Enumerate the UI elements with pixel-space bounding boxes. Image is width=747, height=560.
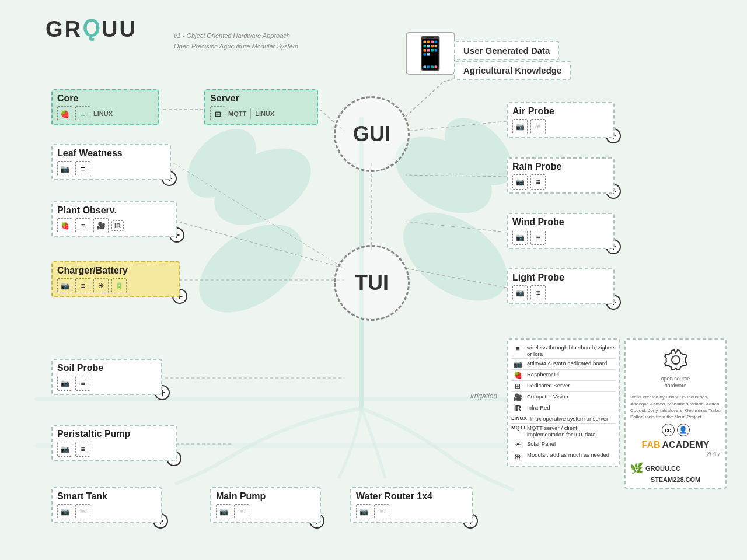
leaf-url-icon: 🌿 [630,462,643,475]
po-icon-raspberry: 🍓 [57,218,72,233]
air-probe-box: Air Probe 📷 ≡ [507,102,615,138]
lp-icon-attiny: 📷 [512,285,528,300]
peristaltic-pump-box: Peristaltic Pump 📷 ≡ [51,425,177,461]
core-icon-wireless: ≡ [75,106,90,121]
lw-icon-wireless: ≡ [75,161,90,176]
rp-icon-wireless: ≡ [530,174,546,190]
cb-icon-wireless: ≡ [75,278,90,293]
cb-icon-battery: 🔋 [111,278,127,293]
wr-icon-wireless: ≡ [374,504,389,519]
gui-circle: GUI [334,96,410,172]
server-label-mqtt: MQTT [228,110,246,117]
ap-icon-attiny: 📷 [512,119,528,134]
po-label-ir: IR [111,220,124,231]
component-layer: GRǪUU v1 - Object Oriented Hardware Appr… [0,0,747,560]
charger-battery-box: Charger/Battery 📷 ≡ ☀ 🔋 [51,261,180,298]
legend-row-mqtt: MQTT MQTT server / client implementation… [511,424,616,439]
legend-icon-solar: ☀ [511,440,524,449]
legend-row-wireless: ≡ wireless through bluethooth, zigbee or… [511,343,616,359]
open-hw-text: open sourcehardware [630,376,721,389]
lw-icon-attiny: 📷 [57,161,72,176]
legend-row-ir: IR Infra-Red [511,403,616,414]
legend-row-server: ⊞ Dedicated Server [511,381,616,392]
subtitle-v1: v1 - Object Oriented Hardware Approach [174,32,290,39]
charger-battery-title: Charger/Battery [57,265,174,276]
legend-row-linux: LINUX linux operative system or server [511,414,616,424]
wp-icon-attiny: 📷 [512,230,528,245]
rp-icon-attiny: 📷 [512,174,528,190]
url1-text: GROUU.CC [645,465,680,472]
svg-point-25 [672,356,680,364]
sp-icon-wireless: ≡ [75,376,90,391]
soil-probe-box: Soil Probe 📷 ≡ [51,359,162,395]
rain-probe-box: Rain Probe 📷 ≡ [507,158,615,194]
legend-icon-server: ⊞ [511,382,524,390]
legend-row-modular: ⊕ Modular: add as much as needed [511,450,616,462]
wp-icon-wireless: ≡ [530,230,546,245]
page-container: GRǪUU v1 - Object Oriented Hardware Appr… [0,0,747,560]
legend-icon-linux: LINUX [511,415,527,421]
logo: GRǪUU [46,16,137,42]
plant-observ-box: Plant Observ. 🍓 ≡ 🎥 IR [51,201,177,237]
url1-row: 🌿 GROUU.CC [630,462,721,475]
cb-icon-solar: ☀ [93,278,109,293]
light-probe-title: Light Probe [512,272,609,283]
wind-probe-title: Wind Probe [512,217,609,228]
rain-probe-title: Rain Probe [512,162,609,172]
legend-row-raspberry: 🍓 Raspberry Pi [511,370,616,381]
legend-row-attiny: 📷 attiny44 custom dedicated board [511,359,616,370]
mp-icon-attiny: 📷 [216,504,231,519]
legend-icon-ir: IR [511,404,524,412]
legend-icon-attiny: 📷 [511,360,524,368]
pp-icon-attiny: 📷 [57,442,72,457]
legend-row-solar: ☀ Solar Panel [511,439,616,450]
cb-icon-attiny: 📷 [57,278,72,293]
smart-tank-box: Smart Tank 📷 ≡ [51,487,162,523]
server-title: Server [210,93,312,104]
legend-row-cv: 🎥 Computer-Vision [511,392,616,403]
water-router-box: Water Router 1x4 📷 ≡ [350,487,473,523]
gear-icon [661,344,690,373]
agricultural-knowledge-box: Agricultural Knowledge [454,61,571,80]
subtitle-open: Open Precision Agriculture Modular Syste… [174,43,298,50]
pp-icon-wireless: ≡ [75,442,90,457]
lp-icon-wireless: ≡ [530,285,546,300]
st-icon-attiny: 📷 [57,504,72,519]
legend-icon-cv: 🎥 [511,393,524,401]
smart-tank-title: Smart Tank [57,491,156,502]
core-icon-raspberry: 🍓 [57,106,72,121]
academy-label: ACADEMY [662,440,710,450]
url2-text: STEAM228.COM [651,476,701,483]
tui-circle: TUI [334,245,410,321]
legend-icon-wireless: ≡ [511,344,524,353]
water-router-title: Water Router 1x4 [356,491,467,502]
main-pump-box: Main Pump 📷 ≡ [210,487,321,523]
person-icon: 👤 [677,424,690,436]
ap-icon-wireless: ≡ [530,119,546,134]
legend-icon-mqtt: MQTT [511,425,524,430]
light-probe-box: Light Probe 📷 ≡ [507,268,615,304]
po-icon-camera: 🎥 [93,218,109,233]
irrigation-label: irrigation [470,392,497,400]
phone-icon: 📱 [406,32,455,75]
peristaltic-pump-title: Peristaltic Pump [57,429,171,439]
server-icon-dedicated: ⊞ [210,106,225,121]
url2-row: STEAM228.COM [630,476,721,483]
soil-probe-title: Soil Probe [57,363,156,373]
core-box: Core 🍓 ≡ LINUX [51,89,159,125]
fab-label: FAB [642,440,661,450]
user-generated-data-box: User Generated Data [454,41,559,60]
core-label-linux: LINUX [93,110,113,117]
cc-badge-area: cc 👤 [630,424,721,436]
leaf-wetness-title: Leaf Weatness [57,148,165,159]
core-title: Core [57,93,153,104]
server-box: Server ⊞ MQTT LINUX [204,89,318,125]
open-hw-area: open sourcehardware Icons created by Cha… [624,338,727,489]
main-pump-title: Main Pump [216,491,315,502]
server-label-linux: LINUX [255,110,274,117]
wr-icon-attiny: 📷 [356,504,371,519]
sp-icon-attiny: 📷 [57,376,72,391]
legend-icon-raspberry: 🍓 [511,371,524,379]
air-probe-title: Air Probe [512,106,609,117]
url-area: 🌿 GROUU.CC STEAM228.COM [630,462,721,483]
